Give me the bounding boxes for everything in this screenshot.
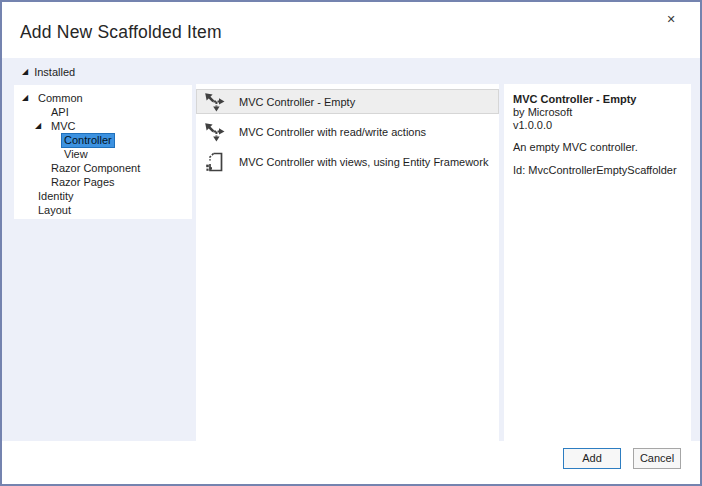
tree-item-controller[interactable]: Controller [14, 133, 192, 147]
dialog-title: Add New Scaffolded Item [20, 22, 222, 43]
tree-item-label: Identity [35, 190, 76, 203]
scaffolder-list: MVC Controller - Empty [196, 84, 499, 445]
ef-view-icon [204, 152, 226, 172]
tree-item-label: Common [35, 92, 86, 105]
tree-item-label: Razor Pages [48, 176, 118, 189]
tree-item-layout[interactable]: Layout [14, 203, 192, 217]
dialog-content: ◢ Installed ◢ Common API ◢ MVC Controlle… [2, 58, 700, 445]
details-title: MVC Controller - Empty [513, 93, 683, 106]
details-description: An empty MVC controller. [513, 141, 683, 154]
tree-item-razor-component[interactable]: Razor Component [14, 161, 192, 175]
tree-item-label: View [61, 148, 91, 161]
tree-item-api[interactable]: API [14, 105, 192, 119]
tree-item-label: MVC [48, 120, 78, 133]
details-version: v1.0.0.0 [513, 119, 683, 132]
tree-item-label: Layout [35, 204, 74, 217]
installed-group-header[interactable]: ◢ Installed [22, 64, 75, 80]
list-item-label: MVC Controller - Empty [239, 96, 355, 108]
tree-item-mvc[interactable]: ◢ MVC [14, 119, 192, 133]
dialog-titlebar: Add New Scaffolded Item ✕ [2, 2, 700, 58]
tree-item-common[interactable]: ◢ Common [14, 91, 192, 105]
category-tree: ◢ Common API ◢ MVC Controller View Raz [14, 85, 192, 219]
tree-item-identity[interactable]: Identity [14, 189, 192, 203]
close-icon[interactable]: ✕ [662, 10, 680, 28]
details-author: by Microsoft [513, 106, 683, 119]
installed-label: Installed [34, 66, 75, 78]
list-item-mvc-controller-readwrite[interactable]: MVC Controller with read/write actions [196, 119, 499, 144]
expander-icon[interactable]: ◢ [22, 68, 28, 76]
list-item-mvc-controller-views-ef[interactable]: MVC Controller with views, using Entity … [196, 149, 499, 174]
expander-icon[interactable]: ◢ [35, 122, 48, 130]
add-button[interactable]: Add [563, 448, 621, 469]
tree-item-razor-pages[interactable]: Razor Pages [14, 175, 192, 189]
tree-item-label-selected: Controller [61, 133, 115, 148]
mvc-controller-icon [204, 92, 226, 112]
tree-item-label: Razor Component [48, 162, 143, 175]
mvc-controller-icon [204, 122, 226, 142]
dialog-footer: Add Cancel [2, 441, 700, 484]
tree-item-view[interactable]: View [14, 147, 192, 161]
list-item-mvc-controller-empty[interactable]: MVC Controller - Empty [196, 89, 499, 114]
list-item-label: MVC Controller with views, using Entity … [239, 156, 488, 168]
tree-item-label: API [48, 106, 72, 119]
cancel-button[interactable]: Cancel [633, 448, 681, 469]
details-id: Id: MvcControllerEmptyScaffolder [513, 164, 683, 177]
details-panel: MVC Controller - Empty by Microsoft v1.0… [504, 84, 691, 445]
add-scaffolded-item-dialog: Add New Scaffolded Item ✕ ◢ Installed ◢ … [0, 0, 702, 486]
expander-icon[interactable]: ◢ [22, 94, 35, 102]
list-item-label: MVC Controller with read/write actions [239, 126, 426, 138]
